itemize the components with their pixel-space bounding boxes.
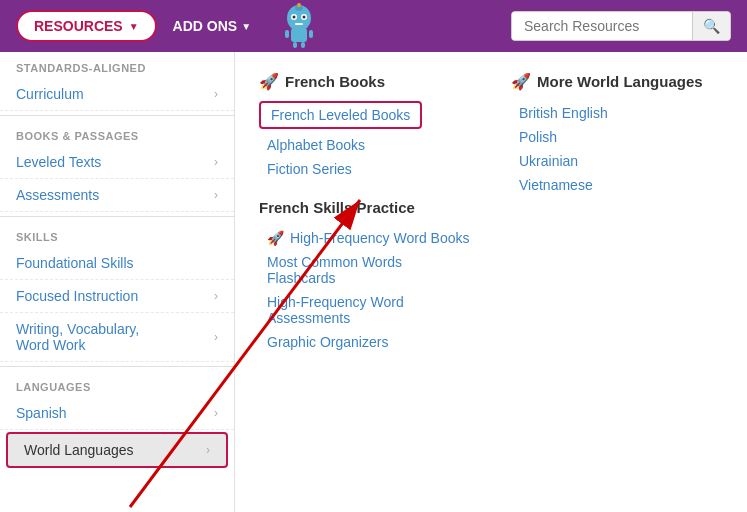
sidebar-item-curriculum[interactable]: Curriculum › <box>0 78 234 111</box>
search-input[interactable] <box>512 12 692 40</box>
sidebar-item-leveled-texts[interactable]: Leveled Texts › <box>0 146 234 179</box>
rocket-icon-2: 🚀 <box>267 230 284 246</box>
svg-rect-7 <box>285 30 289 38</box>
resources-button[interactable]: RESOURCES ▼ <box>16 10 157 42</box>
sidebar-section-languages: LANGUAGES Spanish › World Languages › <box>0 371 234 468</box>
resources-arrow-icon: ▼ <box>129 21 139 32</box>
addons-arrow-icon: ▼ <box>241 21 251 32</box>
ukrainian-link[interactable]: Ukrainian <box>511 149 723 173</box>
sidebar-item-writing[interactable]: Writing, Vocabulary,Word Work › <box>0 313 234 362</box>
chevron-right-icon-2: › <box>214 155 218 169</box>
more-world-languages-title: 🚀 More World Languages <box>511 72 723 91</box>
chevron-right-icon-6: › <box>214 406 218 420</box>
fiction-series-link[interactable]: Fiction Series <box>259 157 471 181</box>
sidebar-item-world-languages[interactable]: World Languages › <box>6 432 228 468</box>
header: RESOURCES ▼ ADD ONS ▼ 🔍 <box>0 0 747 52</box>
svg-point-4 <box>293 16 296 19</box>
sidebar-section-books: BOOKS & PASSAGES Leveled Texts › Assessm… <box>0 120 234 212</box>
search-container: 🔍 <box>511 11 731 41</box>
french-books-title: 🚀 French Books <box>259 72 471 91</box>
high-freq-assessments-link[interactable]: High-Frequency Word Assessments <box>259 290 471 330</box>
addons-label: ADD ONS <box>173 18 238 34</box>
french-books-column: 🚀 French Books French Leveled Books Alph… <box>259 72 471 492</box>
chevron-right-icon-5: › <box>214 330 218 344</box>
alphabet-books-link[interactable]: Alphabet Books <box>259 133 471 157</box>
french-skills-title: French Skills Practice <box>259 199 471 216</box>
mascot-icon <box>275 2 323 50</box>
vietnamese-link[interactable]: Vietnamese <box>511 173 723 197</box>
sidebar-item-foundational[interactable]: Foundational Skills <box>0 247 234 280</box>
divider-2 <box>0 216 234 217</box>
rocket-icon-3: 🚀 <box>511 72 531 91</box>
svg-point-12 <box>297 3 301 7</box>
world-languages-column: 🚀 More World Languages British English P… <box>511 72 723 492</box>
rocket-icon-1: 🚀 <box>259 72 279 91</box>
books-passages-label: BOOKS & PASSAGES <box>0 120 234 146</box>
main-container: STANDARDS-ALIGNED Curriculum › BOOKS & P… <box>0 52 747 512</box>
sidebar-item-focused[interactable]: Focused Instruction › <box>0 280 234 313</box>
chevron-right-icon-4: › <box>214 289 218 303</box>
svg-rect-9 <box>293 42 297 48</box>
sidebar-item-spanish[interactable]: Spanish › <box>0 397 234 430</box>
polish-link[interactable]: Polish <box>511 125 723 149</box>
standards-label: STANDARDS-ALIGNED <box>0 52 234 78</box>
svg-point-5 <box>303 16 306 19</box>
graphic-organizers-link[interactable]: Graphic Organizers <box>259 330 471 354</box>
languages-label: LANGUAGES <box>0 371 234 397</box>
addons-button[interactable]: ADD ONS ▼ <box>173 18 251 34</box>
chevron-right-icon-3: › <box>214 188 218 202</box>
svg-rect-10 <box>301 42 305 48</box>
search-button[interactable]: 🔍 <box>692 12 730 40</box>
svg-rect-1 <box>291 28 307 42</box>
resources-label: RESOURCES <box>34 18 123 34</box>
svg-rect-6 <box>295 23 303 25</box>
chevron-right-icon: › <box>214 87 218 101</box>
british-english-link[interactable]: British English <box>511 101 723 125</box>
sidebar-item-assessments[interactable]: Assessments › <box>0 179 234 212</box>
chevron-right-icon-7: › <box>206 443 210 457</box>
svg-rect-8 <box>309 30 313 38</box>
french-leveled-books-link[interactable]: French Leveled Books <box>259 101 422 129</box>
french-skills-section: French Skills Practice 🚀 High-Frequency … <box>259 199 471 354</box>
most-common-words-link[interactable]: Most Common Words Flashcards <box>259 250 471 290</box>
divider-3 <box>0 366 234 367</box>
skills-label: SKILLS <box>0 221 234 247</box>
high-freq-word-books-link[interactable]: 🚀 High-Frequency Word Books <box>259 226 471 250</box>
sidebar: STANDARDS-ALIGNED Curriculum › BOOKS & P… <box>0 52 235 512</box>
sidebar-section-skills: SKILLS Foundational Skills Focused Instr… <box>0 221 234 362</box>
dropdown-panel: 🚀 French Books French Leveled Books Alph… <box>235 52 747 512</box>
divider-1 <box>0 115 234 116</box>
sidebar-section-standards: STANDARDS-ALIGNED Curriculum › <box>0 52 234 111</box>
